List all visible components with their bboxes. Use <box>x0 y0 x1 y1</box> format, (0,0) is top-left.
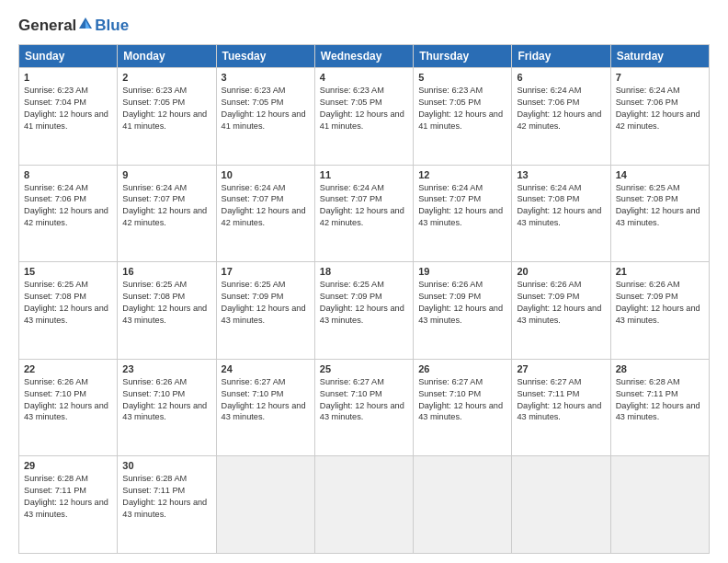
day-cell-18: 18Sunrise: 6:25 AMSunset: 7:09 PMDayligh… <box>314 262 413 360</box>
week-row-4: 22Sunrise: 6:26 AMSunset: 7:10 PMDayligh… <box>19 359 710 456</box>
day-number: 7 <box>616 72 704 83</box>
day-cell-26: 26Sunrise: 6:27 AMSunset: 7:10 PMDayligh… <box>414 359 512 456</box>
day-cell-11: 11Sunrise: 6:24 AMSunset: 7:07 PMDayligh… <box>314 165 413 262</box>
day-info: Sunrise: 6:26 AMSunset: 7:09 PMDaylight:… <box>616 279 704 327</box>
day-cell-19: 19Sunrise: 6:26 AMSunset: 7:09 PMDayligh… <box>414 262 512 360</box>
weekday-monday: Monday <box>118 45 216 68</box>
day-cell-28: 28Sunrise: 6:28 AMSunset: 7:11 PMDayligh… <box>610 359 709 456</box>
page-header: General Blue <box>18 17 710 35</box>
day-info: Sunrise: 6:24 AMSunset: 7:07 PMDaylight:… <box>418 182 506 230</box>
logo: General Blue <box>18 17 129 35</box>
day-number: 30 <box>122 460 210 471</box>
day-number: 17 <box>222 266 310 277</box>
day-number: 4 <box>320 72 408 83</box>
day-info: Sunrise: 6:27 AMSunset: 7:10 PMDaylight:… <box>418 376 506 424</box>
day-number: 22 <box>24 363 112 374</box>
logo-icon <box>77 16 94 32</box>
day-number: 20 <box>517 266 605 277</box>
day-info: Sunrise: 6:26 AMSunset: 7:09 PMDaylight:… <box>517 279 605 327</box>
day-number: 2 <box>122 72 210 83</box>
weekday-friday: Friday <box>512 45 610 68</box>
day-info: Sunrise: 6:25 AMSunset: 7:08 PMDaylight:… <box>24 279 112 327</box>
day-info: Sunrise: 6:25 AMSunset: 7:08 PMDaylight:… <box>616 182 704 230</box>
day-cell-22: 22Sunrise: 6:26 AMSunset: 7:10 PMDayligh… <box>19 359 118 456</box>
day-number: 28 <box>616 363 704 374</box>
day-number: 16 <box>122 266 210 277</box>
weekday-wednesday: Wednesday <box>314 45 413 68</box>
day-number: 1 <box>24 72 112 83</box>
day-cell-30: 30Sunrise: 6:28 AMSunset: 7:11 PMDayligh… <box>118 456 216 554</box>
day-info: Sunrise: 6:25 AMSunset: 7:09 PMDaylight:… <box>222 279 310 327</box>
weekday-saturday: Saturday <box>610 45 709 68</box>
day-cell-7: 7Sunrise: 6:24 AMSunset: 7:06 PMDaylight… <box>610 68 709 166</box>
day-info: Sunrise: 6:27 AMSunset: 7:10 PMDaylight:… <box>222 376 310 424</box>
week-row-2: 8Sunrise: 6:24 AMSunset: 7:06 PMDaylight… <box>19 165 710 262</box>
calendar-body: 1Sunrise: 6:23 AMSunset: 7:04 PMDaylight… <box>19 68 710 554</box>
empty-cell-w4c6 <box>610 456 709 554</box>
day-info: Sunrise: 6:24 AMSunset: 7:07 PMDaylight:… <box>320 182 408 230</box>
day-info: Sunrise: 6:23 AMSunset: 7:05 PMDaylight:… <box>222 85 310 132</box>
day-number: 9 <box>122 169 210 180</box>
day-info: Sunrise: 6:24 AMSunset: 7:06 PMDaylight:… <box>616 85 704 132</box>
empty-cell-w4c2 <box>216 456 314 554</box>
day-number: 27 <box>517 363 605 374</box>
day-cell-16: 16Sunrise: 6:25 AMSunset: 7:08 PMDayligh… <box>118 262 216 360</box>
weekday-tuesday: Tuesday <box>216 45 314 68</box>
day-cell-14: 14Sunrise: 6:25 AMSunset: 7:08 PMDayligh… <box>610 165 709 262</box>
day-number: 23 <box>122 363 210 374</box>
day-number: 26 <box>418 363 506 374</box>
day-cell-12: 12Sunrise: 6:24 AMSunset: 7:07 PMDayligh… <box>414 165 512 262</box>
day-cell-5: 5Sunrise: 6:23 AMSunset: 7:05 PMDaylight… <box>414 68 512 166</box>
day-cell-4: 4Sunrise: 6:23 AMSunset: 7:05 PMDaylight… <box>314 68 413 166</box>
day-number: 12 <box>418 169 506 180</box>
day-cell-8: 8Sunrise: 6:24 AMSunset: 7:06 PMDaylight… <box>19 165 118 262</box>
day-cell-24: 24Sunrise: 6:27 AMSunset: 7:10 PMDayligh… <box>216 359 314 456</box>
day-number: 13 <box>517 169 605 180</box>
day-info: Sunrise: 6:23 AMSunset: 7:05 PMDaylight:… <box>122 85 210 132</box>
day-info: Sunrise: 6:24 AMSunset: 7:08 PMDaylight:… <box>517 182 605 230</box>
weekday-header-row: SundayMondayTuesdayWednesdayThursdayFrid… <box>19 45 710 68</box>
day-cell-1: 1Sunrise: 6:23 AMSunset: 7:04 PMDaylight… <box>19 68 118 166</box>
calendar-table: SundayMondayTuesdayWednesdayThursdayFrid… <box>18 44 710 554</box>
day-number: 5 <box>418 72 506 83</box>
day-info: Sunrise: 6:26 AMSunset: 7:09 PMDaylight:… <box>418 279 506 327</box>
day-cell-3: 3Sunrise: 6:23 AMSunset: 7:05 PMDaylight… <box>216 68 314 166</box>
week-row-3: 15Sunrise: 6:25 AMSunset: 7:08 PMDayligh… <box>19 262 710 360</box>
day-cell-13: 13Sunrise: 6:24 AMSunset: 7:08 PMDayligh… <box>512 165 610 262</box>
day-cell-6: 6Sunrise: 6:24 AMSunset: 7:06 PMDaylight… <box>512 68 610 166</box>
empty-cell-w4c5 <box>512 456 610 554</box>
day-info: Sunrise: 6:26 AMSunset: 7:10 PMDaylight:… <box>122 376 210 424</box>
day-info: Sunrise: 6:28 AMSunset: 7:11 PMDaylight:… <box>24 473 112 521</box>
day-number: 24 <box>222 363 310 374</box>
day-cell-9: 9Sunrise: 6:24 AMSunset: 7:07 PMDaylight… <box>118 165 216 262</box>
day-number: 19 <box>418 266 506 277</box>
weekday-thursday: Thursday <box>414 45 512 68</box>
week-row-1: 1Sunrise: 6:23 AMSunset: 7:04 PMDaylight… <box>19 68 710 166</box>
day-number: 11 <box>320 169 408 180</box>
day-number: 8 <box>24 169 112 180</box>
weekday-sunday: Sunday <box>19 45 118 68</box>
day-cell-29: 29Sunrise: 6:28 AMSunset: 7:11 PMDayligh… <box>19 456 118 554</box>
day-info: Sunrise: 6:27 AMSunset: 7:11 PMDaylight:… <box>517 376 605 424</box>
day-info: Sunrise: 6:24 AMSunset: 7:06 PMDaylight:… <box>517 85 605 132</box>
day-info: Sunrise: 6:24 AMSunset: 7:07 PMDaylight:… <box>222 182 310 230</box>
day-cell-10: 10Sunrise: 6:24 AMSunset: 7:07 PMDayligh… <box>216 165 314 262</box>
day-number: 3 <box>222 72 310 83</box>
day-info: Sunrise: 6:28 AMSunset: 7:11 PMDaylight:… <box>122 473 210 521</box>
day-cell-25: 25Sunrise: 6:27 AMSunset: 7:10 PMDayligh… <box>314 359 413 456</box>
day-number: 14 <box>616 169 704 180</box>
day-info: Sunrise: 6:28 AMSunset: 7:11 PMDaylight:… <box>616 376 704 424</box>
day-number: 18 <box>320 266 408 277</box>
day-cell-15: 15Sunrise: 6:25 AMSunset: 7:08 PMDayligh… <box>19 262 118 360</box>
logo-general: General <box>18 17 76 35</box>
day-info: Sunrise: 6:23 AMSunset: 7:05 PMDaylight:… <box>320 85 408 132</box>
day-info: Sunrise: 6:27 AMSunset: 7:10 PMDaylight:… <box>320 376 408 424</box>
day-number: 15 <box>24 266 112 277</box>
day-info: Sunrise: 6:25 AMSunset: 7:09 PMDaylight:… <box>320 279 408 327</box>
day-info: Sunrise: 6:24 AMSunset: 7:06 PMDaylight:… <box>24 182 112 230</box>
day-info: Sunrise: 6:23 AMSunset: 7:05 PMDaylight:… <box>418 85 506 132</box>
day-info: Sunrise: 6:26 AMSunset: 7:10 PMDaylight:… <box>24 376 112 424</box>
day-number: 29 <box>24 460 112 471</box>
empty-cell-w4c3 <box>314 456 413 554</box>
day-cell-27: 27Sunrise: 6:27 AMSunset: 7:11 PMDayligh… <box>512 359 610 456</box>
